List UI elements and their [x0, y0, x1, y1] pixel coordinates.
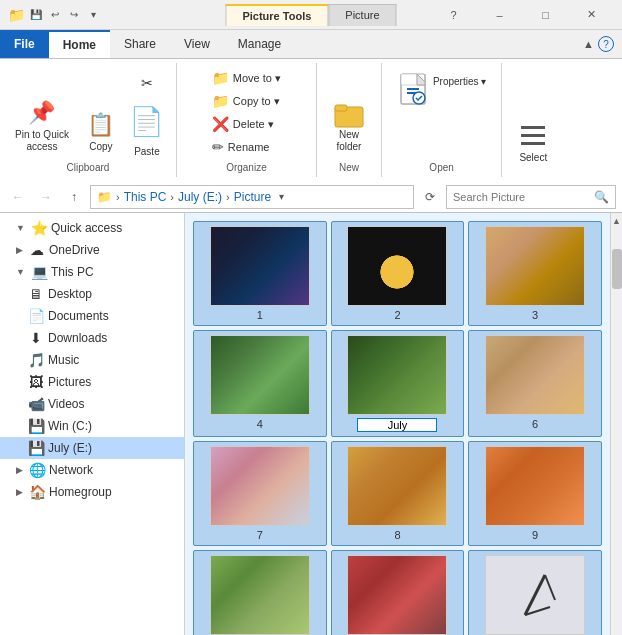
maximize-button[interactable]: □ [523, 0, 568, 29]
file-item-12[interactable]: 12 [468, 550, 602, 635]
paste-button[interactable]: 📄 [126, 98, 168, 144]
file-area: 1 2 3 4 [185, 213, 610, 635]
tab-home[interactable]: Home [49, 30, 110, 58]
properties-button[interactable]: Properties ▾ [390, 67, 493, 120]
file-item-10[interactable]: 10 [193, 550, 327, 635]
tab-picture[interactable]: Picture [328, 4, 396, 26]
close-button[interactable]: ✕ [569, 0, 614, 29]
select-button[interactable]: Select [510, 115, 556, 169]
organize-buttons: 📁 Move to ▾ 📁 Copy to ▾ ❌ Delete ▾ ✏ Ren… [205, 67, 288, 158]
folder-icon: 📁 [8, 7, 25, 23]
file-item-2[interactable]: 2 [331, 221, 465, 326]
path-july-e[interactable]: July (E:) [178, 190, 222, 204]
minimize-button[interactable]: – [477, 0, 522, 29]
svg-rect-8 [521, 134, 545, 137]
ribbon-collapse-btn[interactable]: ▲ [583, 38, 594, 50]
sidebar: ▼ ⭐ Quick access ▶ ☁ OneDrive ▼ 💻 This P… [0, 213, 185, 635]
sidebar-item-network[interactable]: ▶ 🌐 Network [0, 459, 184, 481]
downloads-label: Downloads [48, 331, 107, 345]
copy-label: Copy [89, 141, 112, 153]
properties-label: Properties ▾ [433, 72, 486, 88]
sidebar-item-videos[interactable]: 📹 Videos [0, 393, 184, 415]
file-item-6[interactable]: 6 [468, 330, 602, 437]
file-grid: 1 2 3 4 [185, 213, 610, 635]
sidebar-item-desktop[interactable]: 🖥 Desktop [0, 283, 184, 305]
file-name-7: 7 [257, 529, 263, 541]
tab-picture-tools[interactable]: Picture Tools [225, 4, 328, 26]
back-button[interactable]: ← [6, 185, 30, 209]
tab-view[interactable]: View [170, 30, 224, 58]
path-picture[interactable]: Picture [234, 190, 271, 204]
cut-button[interactable]: ✂ [133, 70, 161, 96]
scrollbar-track[interactable]: ▲ [610, 213, 622, 635]
tab-manage[interactable]: Manage [224, 30, 295, 58]
homegroup-arrow: ▶ [16, 487, 23, 497]
rename-button[interactable]: ✏ Rename [205, 136, 288, 158]
delete-label: Delete ▾ [233, 118, 274, 131]
cut-icon: ✂ [137, 73, 157, 93]
tab-share[interactable]: Share [110, 30, 170, 58]
ribbon-help-btn[interactable]: ? [598, 36, 614, 52]
scrollbar-thumb[interactable] [612, 249, 622, 289]
pin-quick-access-button[interactable]: 📌 Pin to Quick access [8, 92, 76, 158]
select-buttons: Select [510, 67, 556, 169]
address-bar: ← → ↑ 📁 › This PC › July (E:) › Picture … [0, 181, 622, 213]
file-item-4[interactable]: 4 [193, 330, 327, 437]
sidebar-item-onedrive[interactable]: ▶ ☁ OneDrive [0, 239, 184, 261]
file-name-6: 6 [532, 418, 538, 430]
tab-file[interactable]: File [0, 30, 49, 58]
sidebar-item-music[interactable]: 🎵 Music [0, 349, 184, 371]
search-input[interactable] [453, 191, 590, 203]
clipboard-buttons: 📌 Pin to Quick access 📋 Copy ✂ 📄 Paste [8, 67, 168, 158]
dropdown-quick-btn[interactable]: ▾ [85, 7, 101, 23]
file-item-3[interactable]: 3 [468, 221, 602, 326]
title-bar-left: 📁 💾 ↩ ↪ ▾ [8, 7, 101, 23]
move-to-button[interactable]: 📁 Move to ▾ [205, 67, 288, 89]
file-thumb-1 [210, 226, 310, 306]
file-item-8[interactable]: 8 [331, 441, 465, 546]
undo-quick-btn[interactable]: ↩ [47, 7, 63, 23]
refresh-button[interactable]: ⟳ [418, 185, 442, 209]
new-folder-button[interactable]: Newfolder [326, 92, 372, 158]
address-dropdown-btn[interactable]: ▾ [275, 191, 288, 202]
scrollbar-up-btn[interactable]: ▲ [611, 213, 623, 229]
open-buttons: Properties ▾ [390, 67, 493, 158]
onedrive-icon: ☁ [29, 242, 45, 258]
sidebar-item-quick-access[interactable]: ▼ ⭐ Quick access [0, 217, 184, 239]
july-e-icon: 💾 [28, 440, 44, 456]
path-this-pc[interactable]: This PC [124, 190, 167, 204]
svg-rect-5 [401, 74, 417, 85]
sidebar-item-downloads[interactable]: ⬇ Downloads [0, 327, 184, 349]
delete-button[interactable]: ❌ Delete ▾ [205, 113, 288, 135]
file-item-5[interactable] [331, 330, 465, 437]
file-item-1[interactable]: 1 [193, 221, 327, 326]
search-box[interactable]: 🔍 [446, 185, 616, 209]
file-item-11[interactable]: 11 [331, 550, 465, 635]
sidebar-item-homegroup[interactable]: ▶ 🏠 Homegroup [0, 481, 184, 503]
pictures-icon: 🖼 [28, 374, 44, 390]
copy-button[interactable]: 📋 Copy [78, 104, 124, 158]
up-button[interactable]: ↑ [62, 185, 86, 209]
quick-access-toolbar: 📁 💾 ↩ ↪ ▾ [8, 7, 101, 23]
sidebar-item-july-e[interactable]: 💾 July (E:) [0, 437, 184, 459]
save-quick-btn[interactable]: 💾 [28, 7, 44, 23]
sidebar-item-this-pc[interactable]: ▼ 💻 This PC [0, 261, 184, 283]
forward-button[interactable]: → [34, 185, 58, 209]
title-bar-center: Picture Tools Picture [225, 4, 396, 26]
file-item-9[interactable]: 9 [468, 441, 602, 546]
file-item-7[interactable]: 7 [193, 441, 327, 546]
address-path[interactable]: 📁 › This PC › July (E:) › Picture ▾ [90, 185, 414, 209]
desktop-label: Desktop [48, 287, 92, 301]
file-thumb-5 [347, 335, 447, 415]
file-name-3: 3 [532, 309, 538, 321]
this-pc-arrow: ▼ [16, 267, 25, 277]
sidebar-item-documents[interactable]: 📄 Documents [0, 305, 184, 327]
file-rename-input-5[interactable] [357, 418, 437, 432]
ribbon-group-select: Select [502, 63, 564, 177]
copy-to-button[interactable]: 📁 Copy to ▾ [205, 90, 288, 112]
redo-quick-btn[interactable]: ↪ [66, 7, 82, 23]
help-button[interactable]: ? [431, 0, 476, 29]
sidebar-item-pictures[interactable]: 🖼 Pictures [0, 371, 184, 393]
file-thumb-3 [485, 226, 585, 306]
sidebar-item-win-c[interactable]: 💾 Win (C:) [0, 415, 184, 437]
